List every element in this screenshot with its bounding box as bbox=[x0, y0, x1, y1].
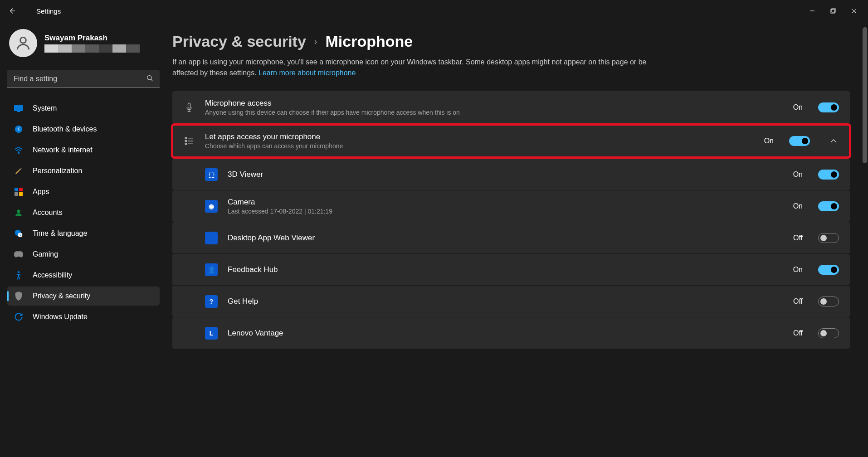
minimize-button[interactable] bbox=[802, 4, 823, 18]
app-name: Camera bbox=[228, 198, 783, 207]
sidebar: Swayam Prakash System Bluetooth & device… bbox=[0, 22, 163, 457]
gamepad-icon bbox=[14, 249, 24, 259]
search-input[interactable] bbox=[7, 70, 160, 88]
accessibility-icon bbox=[14, 270, 24, 280]
sidebar-item-update[interactable]: Windows Update bbox=[7, 307, 160, 326]
sidebar-item-gaming[interactable]: Gaming bbox=[7, 245, 160, 264]
bluetooth-icon bbox=[14, 124, 24, 134]
close-button[interactable] bbox=[844, 4, 864, 18]
app-name: Desktop App Web Viewer bbox=[228, 233, 783, 243]
profile-section[interactable]: Swayam Prakash bbox=[7, 29, 160, 57]
list-icon bbox=[183, 137, 195, 145]
wifi-icon bbox=[14, 145, 24, 155]
app-icon: ◉ bbox=[205, 200, 218, 213]
app-row: ◉CameraLast accessed 17-08-2022 | 01:21:… bbox=[172, 190, 850, 222]
close-icon bbox=[851, 8, 857, 14]
maximize-button[interactable] bbox=[823, 4, 844, 18]
nav-label: Privacy & security bbox=[33, 292, 90, 300]
profile-name: Swayam Prakash bbox=[44, 34, 140, 43]
toggle-label: On bbox=[764, 137, 774, 145]
app-toggle[interactable] bbox=[818, 170, 839, 180]
svg-rect-8 bbox=[14, 105, 23, 111]
back-button[interactable] bbox=[4, 2, 22, 20]
svg-rect-9 bbox=[17, 111, 20, 112]
svg-point-24 bbox=[185, 140, 187, 142]
svg-rect-2 bbox=[832, 9, 835, 12]
svg-point-22 bbox=[185, 137, 187, 139]
svg-point-17 bbox=[17, 209, 20, 213]
svg-point-12 bbox=[20, 168, 21, 169]
brush-icon bbox=[14, 166, 24, 176]
nav-label: System bbox=[33, 104, 57, 112]
nav-label: Apps bbox=[33, 188, 49, 196]
sidebar-item-apps[interactable]: Apps bbox=[7, 182, 160, 201]
setting-sub: Anyone using this device can choose if t… bbox=[205, 109, 783, 116]
toggle-label: On bbox=[793, 266, 803, 274]
person-icon bbox=[15, 34, 32, 52]
sidebar-item-system[interactable]: System bbox=[7, 99, 160, 118]
chevron-up-icon[interactable] bbox=[828, 139, 839, 143]
page-title: Microphone bbox=[326, 33, 413, 50]
sidebar-item-privacy[interactable]: Privacy & security bbox=[7, 287, 160, 306]
app-toggle[interactable] bbox=[818, 233, 839, 243]
app-sub: Last accessed 17-08-2022 | 01:21:19 bbox=[228, 208, 783, 215]
svg-line-7 bbox=[151, 79, 152, 81]
svg-point-6 bbox=[147, 76, 151, 80]
svg-point-11 bbox=[18, 152, 19, 153]
shield-icon bbox=[14, 291, 24, 301]
display-icon bbox=[14, 103, 24, 113]
app-access-toggle[interactable] bbox=[789, 136, 810, 146]
app-toggle[interactable] bbox=[818, 265, 839, 275]
app-toggle[interactable] bbox=[818, 297, 839, 306]
setting-title: Let apps access your microphone bbox=[205, 132, 754, 141]
svg-rect-13 bbox=[15, 188, 18, 191]
chevron-right-icon: › bbox=[314, 36, 317, 47]
microphone-access-row: Microphone access Anyone using this devi… bbox=[172, 91, 850, 124]
sidebar-item-network[interactable]: Network & internet bbox=[7, 141, 160, 160]
toggle-label: Off bbox=[793, 234, 803, 242]
sidebar-item-time[interactable]: Time & language bbox=[7, 224, 160, 243]
microphone-icon bbox=[183, 102, 195, 113]
app-toggle[interactable] bbox=[818, 201, 839, 211]
svg-rect-15 bbox=[15, 192, 18, 196]
sidebar-item-bluetooth[interactable]: Bluetooth & devices bbox=[7, 120, 160, 139]
apps-icon bbox=[14, 187, 24, 197]
toggle-label: Off bbox=[793, 329, 803, 337]
app-row: ⬚3D ViewerOn bbox=[172, 158, 850, 190]
person-icon bbox=[14, 208, 24, 218]
maximize-icon bbox=[830, 8, 836, 14]
app-name: 3D Viewer bbox=[228, 170, 783, 179]
profile-email-redacted bbox=[44, 44, 140, 53]
setting-title: Microphone access bbox=[205, 99, 783, 108]
search-icon bbox=[146, 74, 153, 83]
settings-list: Microphone access Anyone using this devi… bbox=[172, 91, 850, 349]
nav: System Bluetooth & devices Network & int… bbox=[7, 99, 160, 326]
sync-icon bbox=[14, 312, 24, 322]
sidebar-item-accounts[interactable]: Accounts bbox=[7, 203, 160, 222]
scrollbar[interactable] bbox=[862, 22, 868, 457]
page-description: If an app is using your microphone, you'… bbox=[172, 57, 662, 78]
app-access-row[interactable]: Let apps access your microphone Choose w… bbox=[172, 125, 850, 157]
nav-label: Accounts bbox=[33, 209, 63, 217]
app-row: 👤Feedback HubOn bbox=[172, 253, 850, 285]
app-toggle[interactable] bbox=[818, 328, 839, 338]
breadcrumb-parent[interactable]: Privacy & security bbox=[172, 33, 306, 50]
nav-label: Bluetooth & devices bbox=[33, 125, 97, 133]
clock-globe-icon bbox=[14, 228, 24, 238]
microphone-access-toggle[interactable] bbox=[818, 102, 839, 112]
sidebar-item-personalization[interactable]: Personalization bbox=[7, 161, 160, 180]
learn-more-link[interactable]: Learn more about microphone bbox=[258, 69, 356, 77]
arrow-left-icon bbox=[9, 7, 17, 15]
app-icon: ⬚ bbox=[205, 168, 218, 181]
svg-rect-21 bbox=[188, 103, 190, 108]
toggle-label: On bbox=[793, 170, 803, 179]
sidebar-item-accessibility[interactable]: Accessibility bbox=[7, 266, 160, 285]
nav-label: Accessibility bbox=[33, 271, 72, 279]
app-icon bbox=[205, 232, 218, 244]
nav-label: Gaming bbox=[33, 250, 58, 258]
breadcrumb: Privacy & security › Microphone bbox=[172, 33, 850, 50]
app-row: LLenovo VantageOff bbox=[172, 317, 850, 349]
svg-rect-16 bbox=[19, 192, 23, 196]
setting-sub: Choose which apps can access your microp… bbox=[205, 142, 754, 150]
app-name: Get Help bbox=[228, 297, 783, 306]
